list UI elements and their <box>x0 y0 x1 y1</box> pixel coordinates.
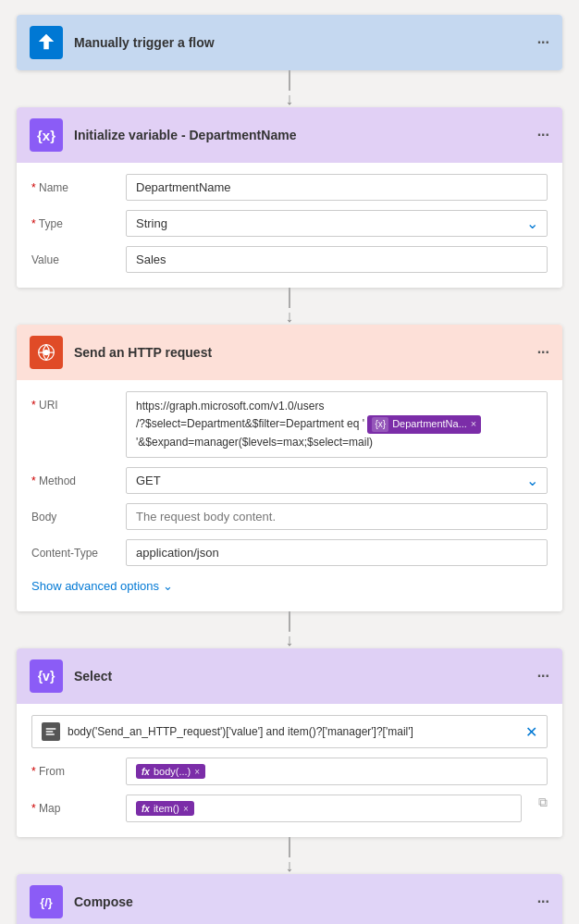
init-var-title: Initialize variable - DepartmentName <box>74 128 526 142</box>
select-body: body('Send_an_HTTP_request')['value'] an… <box>17 704 562 837</box>
uri-line3: '&$expand=manager($levels=max;$select=ma… <box>136 436 373 449</box>
token-text: DepartmentNa... <box>392 416 467 433</box>
compose-title: Compose <box>74 894 526 909</box>
init-var-menu[interactable]: ··· <box>537 127 549 143</box>
value-input[interactable] <box>126 246 548 273</box>
select-title: Select <box>74 669 526 684</box>
connector-3: ↓ <box>286 611 294 648</box>
uri-input[interactable]: https://graph.microsoft.com/v1.0/users /… <box>126 391 548 458</box>
from-field-row: From fx body(...) × <box>31 758 548 785</box>
compose-card: {/} Compose ··· intersection(body('Selec… <box>17 874 562 924</box>
advanced-options-link[interactable]: Show advanced options ⌄ <box>31 575 548 597</box>
from-input[interactable]: fx body(...) × <box>126 758 548 785</box>
select-expr-row: body('Send_an_HTTP_request')['value'] an… <box>31 715 548 748</box>
content-type-input[interactable] <box>126 539 548 566</box>
compose-menu[interactable]: ··· <box>537 893 549 910</box>
copy-icon[interactable]: ⧉ <box>538 795 548 810</box>
value-field-row: Value <box>31 246 548 273</box>
select-menu[interactable]: ··· <box>537 668 549 684</box>
init-var-body: Name Type String Integer Float Boolean A… <box>17 163 562 288</box>
map-token-text: item() <box>154 803 179 814</box>
type-field-row: Type String Integer Float Boolean Array … <box>31 210 548 237</box>
body-label: Body <box>31 503 115 524</box>
svg-rect-2 <box>46 728 56 730</box>
map-label: Map <box>31 795 115 815</box>
name-label: Name <box>31 174 115 194</box>
svg-rect-4 <box>46 733 55 735</box>
content-type-field-row: Content-Type <box>31 539 548 566</box>
type-label: Type <box>31 210 115 230</box>
map-input[interactable]: fx item() × <box>126 795 522 822</box>
http-card: Send an HTTP request ··· URI https://gra… <box>17 325 562 611</box>
http-icon <box>30 336 63 369</box>
chevron-down-icon: ⌄ <box>163 579 173 593</box>
method-select[interactable]: GET POST PUT DELETE PATCH <box>126 467 548 494</box>
init-var-icon: {x} <box>30 118 63 152</box>
flow-container: Manually trigger a flow ··· ↓ {x} Initia… <box>0 0 579 924</box>
department-token: {x} DepartmentNa... × <box>367 415 481 434</box>
trigger-menu[interactable]: ··· <box>537 34 549 51</box>
from-token: fx body(...) × <box>136 764 205 779</box>
name-input[interactable] <box>126 174 548 201</box>
body-input[interactable] <box>126 503 548 530</box>
name-field-row: Name <box>31 174 548 201</box>
connector-4: ↓ <box>286 837 294 874</box>
trigger-title: Manually trigger a flow <box>74 35 526 50</box>
body-field-row: Body <box>31 503 548 530</box>
uri-line2: /?$select=Department&$filter=Department … <box>136 417 364 430</box>
select-header: {v} Select ··· <box>17 648 562 704</box>
from-token-close[interactable]: × <box>194 767 200 777</box>
map-token: fx item() × <box>136 801 194 816</box>
advanced-options-label: Show advanced options <box>31 579 159 593</box>
trigger-header: Manually trigger a flow ··· <box>17 15 562 70</box>
type-select-wrapper: String Integer Float Boolean Array Objec… <box>126 210 548 237</box>
http-menu[interactable]: ··· <box>537 344 549 361</box>
http-header: Send an HTTP request ··· <box>17 325 562 380</box>
expr-icon <box>42 722 60 741</box>
from-token-text: body(...) <box>154 766 191 777</box>
select-icon: {v} <box>30 659 63 693</box>
method-field-row: Method GET POST PUT DELETE PATCH <box>31 467 548 494</box>
http-title: Send an HTTP request <box>74 345 526 360</box>
from-label: From <box>31 758 115 778</box>
value-label: Value <box>31 246 115 266</box>
compose-icon: {/} <box>30 885 63 918</box>
uri-line1: https://graph.microsoft.com/v1.0/users <box>136 400 324 413</box>
select-expr-text: body('Send_an_HTTP_request')['value'] an… <box>68 725 518 738</box>
token-close[interactable]: × <box>471 416 476 433</box>
init-var-header: {x} Initialize variable - DepartmentName… <box>17 107 562 163</box>
map-field-row: Map fx item() × ⧉ <box>31 795 548 822</box>
uri-label: URI <box>31 391 115 412</box>
uri-field-row: URI https://graph.microsoft.com/v1.0/use… <box>31 391 548 458</box>
type-select[interactable]: String Integer Float Boolean Array Objec… <box>126 210 548 237</box>
method-select-wrapper: GET POST PUT DELETE PATCH <box>126 467 548 494</box>
trigger-card: Manually trigger a flow ··· <box>17 15 562 70</box>
connector-2: ↓ <box>286 288 294 325</box>
method-label: Method <box>31 467 115 487</box>
compose-header: {/} Compose ··· <box>17 874 562 924</box>
svg-rect-3 <box>46 731 54 733</box>
select-expr-close[interactable]: ✕ <box>525 723 537 741</box>
content-type-label: Content-Type <box>31 539 115 560</box>
init-var-card: {x} Initialize variable - DepartmentName… <box>17 107 562 288</box>
connector-1: ↓ <box>286 70 294 107</box>
trigger-icon <box>30 26 63 59</box>
select-card: {v} Select ··· body('Send_an_HTTP_reques… <box>17 648 562 837</box>
http-body: URI https://graph.microsoft.com/v1.0/use… <box>17 380 562 611</box>
map-token-close[interactable]: × <box>183 804 189 814</box>
